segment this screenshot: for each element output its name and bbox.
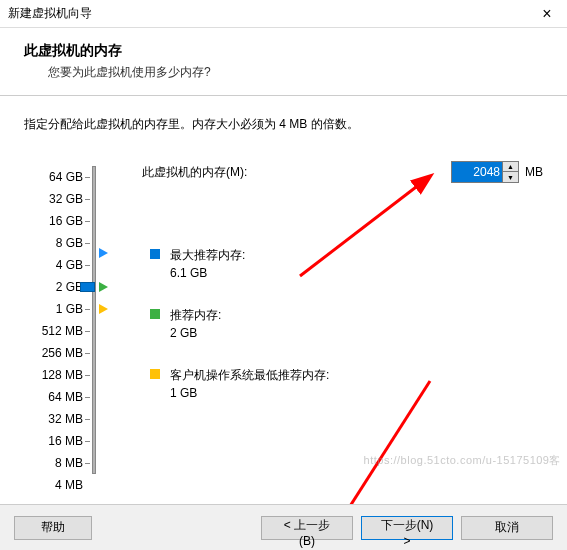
marker-max-icon (99, 248, 108, 258)
tick (85, 199, 90, 200)
tick (85, 419, 90, 420)
scale-label: 128 MB (24, 364, 89, 386)
info-max-label: 最大推荐内存: (170, 246, 245, 264)
memory-scale: 64 GB 32 GB 16 GB 8 GB 4 GB 2 GB 1 GB 51… (24, 166, 89, 496)
tick (85, 265, 90, 266)
info-section: 最大推荐内存: 6.1 GB 推荐内存: 2 GB 客户机操作系统最低推荐内存:… (150, 246, 329, 426)
info-min: 客户机操作系统最低推荐内存: 1 GB (150, 366, 329, 402)
info-max: 最大推荐内存: 6.1 GB (150, 246, 329, 282)
close-button[interactable]: × (527, 0, 567, 28)
scale-label: 64 MB (24, 386, 89, 408)
tick (85, 221, 90, 222)
instruction-text: 指定分配给此虚拟机的内存里。内存大小必须为 4 MB 的倍数。 (24, 116, 543, 133)
tick (85, 177, 90, 178)
marker-min-icon (99, 304, 108, 314)
page-subtitle: 您要为此虚拟机使用多少内存? (48, 64, 567, 81)
scale-label: 512 MB (24, 320, 89, 342)
titlebar: 新建虚拟机向导 × (0, 0, 567, 28)
tick (85, 243, 90, 244)
memory-input[interactable] (451, 161, 503, 183)
tick (85, 309, 90, 310)
next-button[interactable]: 下一步(N) > (361, 516, 453, 540)
memory-row: 此虚拟机的内存(M): ▲ ▼ MB (24, 161, 543, 183)
marker-rec-icon (99, 282, 108, 292)
watermark: https://blog.51cto.com/u-15175109客 (364, 453, 561, 468)
tick (85, 375, 90, 376)
square-icon (150, 369, 160, 379)
tick (85, 441, 90, 442)
info-min-label: 客户机操作系统最低推荐内存: (170, 366, 329, 384)
info-text: 客户机操作系统最低推荐内存: 1 GB (170, 366, 329, 402)
svg-line-1 (345, 381, 430, 514)
info-rec-value: 2 GB (170, 324, 221, 342)
memory-slider-track[interactable] (92, 166, 96, 474)
nav-button-group: < 上一步(B) 下一步(N) > 取消 (261, 516, 553, 540)
tick (85, 397, 90, 398)
square-icon (150, 309, 160, 319)
memory-label: 此虚拟机的内存(M): (142, 164, 247, 181)
scale-label: 16 MB (24, 430, 89, 452)
info-min-value: 1 GB (170, 384, 329, 402)
memory-slider-thumb[interactable] (80, 282, 95, 292)
scale-label: 4 MB (24, 474, 89, 496)
back-button[interactable]: < 上一步(B) (261, 516, 353, 540)
page-title: 此虚拟机的内存 (24, 42, 567, 60)
info-text: 最大推荐内存: 6.1 GB (170, 246, 245, 282)
window-title: 新建虚拟机向导 (8, 5, 92, 22)
memory-spinner: ▲ ▼ (503, 161, 519, 183)
info-rec-label: 推荐内存: (170, 306, 221, 324)
scale-label: 32 GB (24, 188, 89, 210)
wizard-footer: 帮助 < 上一步(B) 下一步(N) > 取消 (0, 504, 567, 550)
scale-label: 8 GB (24, 232, 89, 254)
memory-input-group: ▲ ▼ MB (451, 161, 543, 183)
info-max-value: 6.1 GB (170, 264, 245, 282)
info-rec: 推荐内存: 2 GB (150, 306, 329, 342)
scale-label: 64 GB (24, 166, 89, 188)
spinner-down-button[interactable]: ▼ (503, 172, 518, 182)
content-area: 指定分配给此虚拟机的内存里。内存大小必须为 4 MB 的倍数。 此虚拟机的内存(… (0, 96, 567, 516)
scale-label: 4 GB (24, 254, 89, 276)
cancel-button[interactable]: 取消 (461, 516, 553, 540)
square-icon (150, 249, 160, 259)
scale-label: 256 MB (24, 342, 89, 364)
help-button[interactable]: 帮助 (14, 516, 92, 540)
tick (85, 353, 90, 354)
scale-label: 16 GB (24, 210, 89, 232)
spinner-up-button[interactable]: ▲ (503, 162, 518, 172)
scale-label: 8 MB (24, 452, 89, 474)
tick (85, 331, 90, 332)
memory-unit: MB (525, 165, 543, 179)
scale-label: 1 GB (24, 298, 89, 320)
tick (85, 463, 90, 464)
info-text: 推荐内存: 2 GB (170, 306, 221, 342)
wizard-header: 此虚拟机的内存 您要为此虚拟机使用多少内存? (0, 28, 567, 96)
scale-label: 32 MB (24, 408, 89, 430)
